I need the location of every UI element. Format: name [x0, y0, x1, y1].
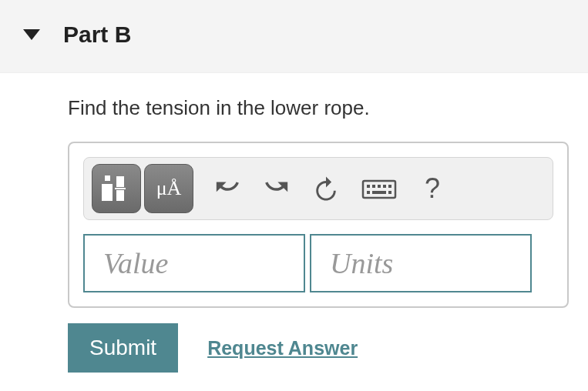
- svg-rect-13: [388, 191, 391, 194]
- svg-rect-1: [105, 175, 110, 181]
- answer-box: μÅ: [68, 142, 569, 308]
- inputs-row: [83, 234, 553, 292]
- svg-rect-4: [115, 188, 126, 189]
- svg-rect-5: [363, 181, 395, 198]
- svg-rect-2: [116, 176, 124, 187]
- help-button[interactable]: ?: [409, 164, 455, 213]
- templates-button[interactable]: [92, 164, 141, 213]
- help-icon: ?: [425, 172, 440, 205]
- question-text: Find the tension in the lower rope.: [68, 96, 569, 120]
- svg-rect-8: [378, 185, 381, 188]
- keyboard-button[interactable]: [352, 164, 406, 213]
- svg-rect-11: [372, 191, 386, 194]
- undo-button[interactable]: [204, 164, 250, 213]
- svg-rect-0: [102, 184, 113, 201]
- equation-toolbar: μÅ: [83, 157, 553, 220]
- submit-button[interactable]: Submit: [68, 323, 178, 373]
- reset-button[interactable]: [303, 164, 349, 213]
- reset-icon: [313, 175, 339, 202]
- part-title: Part B: [63, 22, 131, 48]
- svg-rect-9: [383, 185, 386, 188]
- svg-rect-7: [372, 185, 375, 188]
- svg-rect-10: [388, 185, 391, 188]
- value-input[interactable]: [83, 234, 305, 292]
- actions-row: Submit Request Answer: [68, 323, 569, 373]
- svg-rect-3: [116, 190, 124, 201]
- units-input[interactable]: [310, 234, 532, 292]
- request-answer-link[interactable]: Request Answer: [207, 337, 358, 359]
- special-characters-button[interactable]: μÅ: [144, 164, 193, 213]
- content-area: Find the tension in the lower rope. μÅ: [0, 73, 588, 388]
- svg-rect-12: [367, 191, 370, 194]
- undo-icon: [214, 175, 240, 202]
- part-header: Part B: [0, 0, 588, 73]
- svg-rect-6: [367, 185, 370, 188]
- collapse-toggle-icon[interactable]: [23, 29, 40, 40]
- redo-button[interactable]: [254, 164, 300, 213]
- redo-icon: [264, 175, 290, 202]
- fraction-template-icon: [99, 173, 133, 204]
- keyboard-icon: [361, 176, 397, 201]
